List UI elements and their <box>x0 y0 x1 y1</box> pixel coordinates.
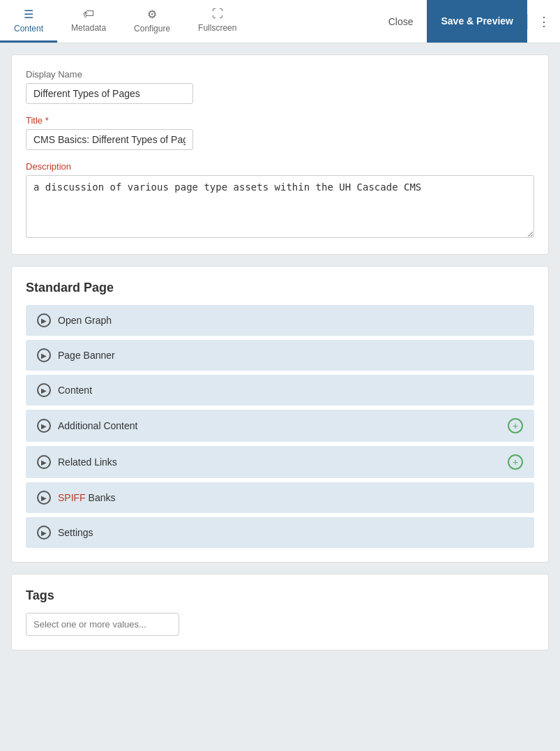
description-field-group: Description a discussion of various page… <box>26 161 534 240</box>
form-card: Display Name Title Description a discuss… <box>11 54 549 255</box>
spiff-highlight: SPIFF <box>58 492 86 503</box>
accordion-page-banner-label: Page Banner <box>58 350 115 361</box>
standard-page-card: Standard Page ▶ Open Graph ▶ Page Banner <box>11 266 549 563</box>
add-related-links-button[interactable]: + <box>508 454 523 470</box>
accordion-page-banner-left: ▶ Page Banner <box>37 348 115 362</box>
metadata-icon: 🏷 <box>83 8 94 20</box>
accordion-additional-content-left: ▶ Additional Content <box>37 419 137 433</box>
tags-title: Tags <box>26 588 534 603</box>
accordion-related-links-left: ▶ Related Links <box>37 455 117 469</box>
accordion-related-links[interactable]: ▶ Related Links + <box>26 446 534 478</box>
accordion-open-graph[interactable]: ▶ Open Graph <box>26 305 534 336</box>
description-label: Description <box>26 161 534 172</box>
chevron-spiff-banks-icon: ▶ <box>37 491 51 505</box>
chevron-settings-icon: ▶ <box>37 526 51 540</box>
title-input[interactable] <box>26 129 193 150</box>
configure-icon: ⚙ <box>147 8 157 21</box>
save-preview-button[interactable]: Save & Preview <box>427 0 527 43</box>
accordion-open-graph-left: ▶ Open Graph <box>37 313 112 327</box>
accordion-settings-label: Settings <box>58 527 93 538</box>
chevron-related-links-icon: ▶ <box>37 455 51 469</box>
accordion-settings-left: ▶ Settings <box>37 526 93 540</box>
chevron-content-icon: ▶ <box>37 383 51 397</box>
accordion-spiff-banks[interactable]: ▶ SPIFF Banks <box>26 482 534 513</box>
title-label: Title <box>26 115 534 126</box>
accordion-settings[interactable]: ▶ Settings <box>26 517 534 548</box>
tab-fullscreen-label: Fullscreen <box>198 23 236 33</box>
main-content: Display Name Title Description a discuss… <box>0 43 560 662</box>
display-name-label: Display Name <box>26 69 534 80</box>
toolbar: ☰ Content 🏷 Metadata ⚙ Configure ⛶ Fulls… <box>0 0 560 43</box>
chevron-page-banner-icon: ▶ <box>37 348 51 362</box>
tab-configure[interactable]: ⚙ Configure <box>120 0 184 43</box>
accordion-open-graph-label: Open Graph <box>58 315 112 326</box>
add-additional-content-button[interactable]: + <box>508 418 523 433</box>
standard-page-title: Standard Page <box>26 281 534 295</box>
tab-content-label: Content <box>14 24 43 34</box>
toolbar-tabs: ☰ Content 🏷 Metadata ⚙ Configure ⛶ Fulls… <box>0 0 374 43</box>
display-name-field-group: Display Name <box>26 69 534 104</box>
accordion-related-links-label: Related Links <box>58 456 117 468</box>
toolbar-right: Close Save & Preview ⋮ <box>374 0 560 43</box>
tags-input[interactable] <box>26 613 179 636</box>
accordion-spiff-banks-left: ▶ SPIFF Banks <box>37 491 115 505</box>
accordion-content[interactable]: ▶ Content <box>26 375 534 406</box>
close-button[interactable]: Close <box>374 16 427 27</box>
display-name-input[interactable] <box>26 83 193 104</box>
tab-metadata-label: Metadata <box>71 23 106 33</box>
more-options-button[interactable]: ⋮ <box>527 14 560 29</box>
description-textarea[interactable]: a discussion of various page type assets… <box>26 175 534 238</box>
accordion-page-banner[interactable]: ▶ Page Banner <box>26 340 534 371</box>
accordion-content-label: Content <box>58 385 92 396</box>
tab-metadata[interactable]: 🏷 Metadata <box>57 0 120 43</box>
title-field-group: Title <box>26 115 534 150</box>
tab-configure-label: Configure <box>134 24 170 34</box>
accordion-additional-content-label: Additional Content <box>58 420 137 431</box>
content-icon: ☰ <box>24 8 33 21</box>
accordion-list: ▶ Open Graph ▶ Page Banner ▶ Content <box>26 305 534 548</box>
chevron-open-graph-icon: ▶ <box>37 313 51 327</box>
tags-card: Tags <box>11 574 549 650</box>
accordion-additional-content[interactable]: ▶ Additional Content + <box>26 410 534 442</box>
tab-content[interactable]: ☰ Content <box>0 0 57 43</box>
fullscreen-icon: ⛶ <box>212 8 223 20</box>
accordion-spiff-banks-label: SPIFF Banks <box>58 492 115 503</box>
chevron-additional-content-icon: ▶ <box>37 419 51 433</box>
tab-fullscreen[interactable]: ⛶ Fullscreen <box>184 0 250 43</box>
accordion-content-left: ▶ Content <box>37 383 92 397</box>
